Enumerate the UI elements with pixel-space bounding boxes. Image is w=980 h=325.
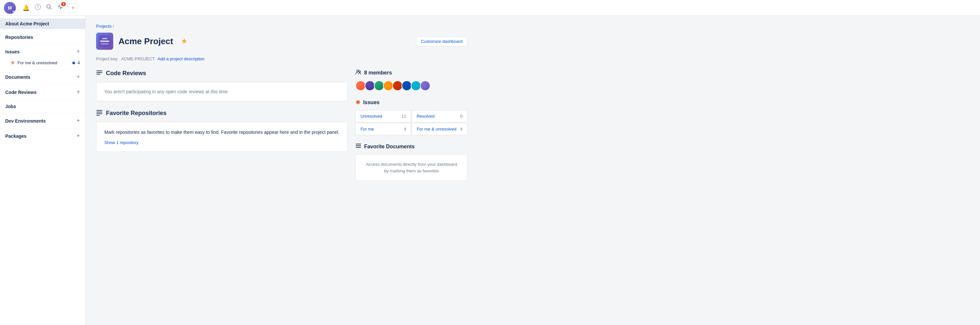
issues-label: Issues [363,99,379,106]
sidebar-item-issues[interactable]: Issues + [0,45,85,58]
sidebar-item-code-reviews[interactable]: Code Reviews + [0,86,85,98]
count-dot [72,62,75,64]
unresolved-link[interactable]: Unresolved [360,114,382,118]
issue-item-for-me-unresolved[interactable]: For me & unresolved 4 [412,123,467,135]
unresolved-count: 11 [401,114,406,118]
issue-item-resolved[interactable]: Resolved 0 [412,110,467,122]
sidebar-divider-5 [0,99,85,100]
asterisk-icon: ✳ [11,60,15,66]
favorite-repos-card: Mark repositories as favorites to make t… [96,122,347,152]
resolved-link[interactable]: Resolved [417,114,434,118]
sidebar-item-documents[interactable]: Documents + [0,71,85,83]
svg-rect-19 [356,147,361,148]
member-avatars-list [355,80,467,91]
favorite-repos-description: Mark repositories as favorites to make t… [104,129,339,136]
project-key-label: Project key: [96,56,118,61]
issues-section: ✳ Issues Unresolved 11 Resolved 0 [355,99,467,135]
members-count-label: 8 members [364,70,392,76]
members-icon [355,69,361,77]
sidebar-divider-2 [0,44,85,44]
svg-rect-9 [96,72,102,73]
members-section: 8 members [355,69,467,91]
member-avatar-8[interactable] [420,80,430,91]
user-avatar[interactable]: M M [4,2,16,14]
show-repository-link[interactable]: Show 1 repository [104,140,138,145]
issues-plus-icon[interactable]: + [76,48,80,55]
favorite-docs-title: Favorite Documents [355,143,467,150]
favorite-repos-section: Favorite Repositories Mark repositories … [96,109,347,152]
resolved-count: 0 [460,114,462,118]
project-key-value: ACME-PROJECT [121,56,155,61]
favorite-docs-icon [355,143,361,150]
for-me-unresolved-link[interactable]: For me & unresolved [417,126,457,131]
code-reviews-plus-icon[interactable]: + [76,89,80,96]
avatar-badge: M [11,9,16,14]
svg-rect-11 [96,110,102,111]
code-reviews-icon [96,69,103,77]
svg-rect-14 [96,115,100,116]
topbar-icons: 🔔 ? 5 + [22,3,78,13]
topbar: M M 🔔 ? 5 + [0,0,980,16]
issues-title: ✳ Issues [355,99,467,106]
dev-envs-plus-icon[interactable]: + [76,117,80,124]
code-reviews-title: Code Reviews [96,69,347,77]
breadcrumb: Projects / [96,24,467,29]
favorite-docs-section: Favorite Documents Access documents dire… [355,143,467,181]
activity-badge: 5 [61,2,66,6]
project-title: Acme Project [118,36,173,46]
members-title: 8 members [355,69,467,77]
breadcrumb-separator: / [113,24,114,29]
add-description-link[interactable]: Add a project description [157,56,204,61]
main-content: Projects / Acme Project ★ Customize dash… [86,16,478,325]
svg-point-15 [357,70,359,72]
svg-rect-13 [96,114,102,114]
svg-line-3 [50,8,52,10]
sidebar-divider-3 [0,69,85,70]
code-reviews-card: You aren't participating in any open cod… [96,82,347,101]
project-avatar [96,33,113,50]
favorite-docs-label: Favorite Documents [364,144,415,150]
for-me-count: 4 [404,126,406,131]
issue-item-for-me[interactable]: For me 4 [355,123,411,135]
left-column: Code Reviews You aren't participating in… [96,69,347,181]
customize-dashboard-button[interactable]: Customize dashboard [416,37,467,46]
issues-star-icon: ✳ [355,99,360,106]
search-icon[interactable] [46,4,52,11]
code-reviews-section: Code Reviews You aren't participating in… [96,69,347,101]
sidebar-sub-item-for-me-unresolved[interactable]: ✳ For me & unresolved 4 [0,58,85,68]
sidebar-item-packages[interactable]: Packages + [0,130,85,142]
right-panel: 8 members ✳ [355,69,467,181]
svg-rect-10 [96,74,100,75]
packages-plus-icon[interactable]: + [76,133,80,139]
sidebar-item-jobs[interactable]: Jobs [0,101,85,112]
sidebar: About Acme Project Repositories Issues +… [0,16,86,325]
code-reviews-label: Code Reviews [106,70,146,77]
documents-plus-icon[interactable]: + [76,74,80,80]
favorite-repos-title: Favorite Repositories [96,109,347,117]
breadcrumb-projects-link[interactable]: Projects [96,24,111,29]
favorite-docs-description: Access documents directly from your dash… [364,161,459,174]
main-layout: About Acme Project Repositories Issues +… [0,16,478,325]
favorite-docs-card: Access documents directly from your dash… [355,154,467,181]
sidebar-item-about[interactable]: About Acme Project [0,18,85,29]
notifications-icon[interactable]: 🔔 [22,4,30,11]
sidebar-item-dev-environments[interactable]: Dev Environments + [0,115,85,127]
for-me-link[interactable]: For me [360,126,374,131]
add-button[interactable]: + [68,3,78,13]
favorite-star-icon[interactable]: ★ [181,37,188,45]
sub-item-count: 4 [78,60,80,65]
svg-rect-17 [356,144,361,144]
issue-item-unresolved[interactable]: Unresolved 11 [355,110,411,122]
issues-grid: Unresolved 11 Resolved 0 For me 4 For [355,110,467,135]
favorite-repos-label: Favorite Repositories [106,110,167,117]
activity-icon[interactable]: 5 [57,4,63,11]
favorite-repos-icon [96,109,103,117]
svg-rect-5 [100,40,109,42]
sidebar-item-repositories[interactable]: Repositories [0,32,85,43]
help-icon[interactable]: ? [35,4,41,11]
project-meta: Project key: ACME-PROJECT Add a project … [96,56,467,61]
svg-text:?: ? [37,5,39,9]
svg-rect-6 [102,38,107,39]
content-grid: Code Reviews You aren't participating in… [96,69,467,181]
project-avatar-inner [96,33,113,50]
